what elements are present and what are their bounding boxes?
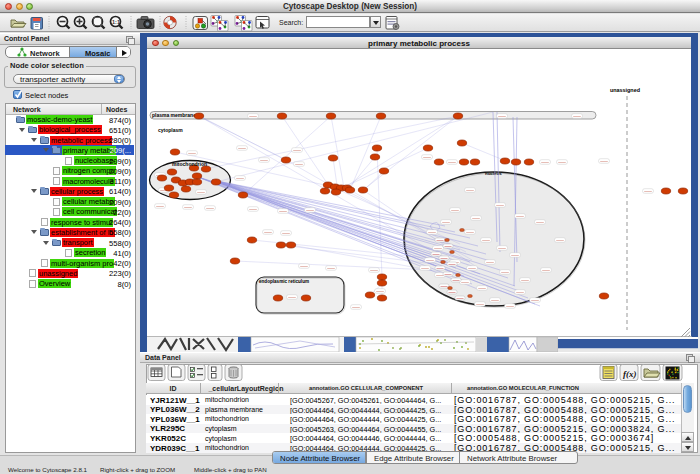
svg-text:nucleus: nucleus [485,171,502,176]
svg-text:mitochondrion: mitochondrion [172,161,207,167]
svg-text:1:1: 1:1 [112,19,120,25]
svg-text:endoplasmic reticulum: endoplasmic reticulum [259,279,309,284]
svg-text:plasma membrane: plasma membrane [152,112,196,118]
svg-text:cytoplasm: cytoplasm [158,127,183,133]
svg-text:unassigned: unassigned [610,87,640,93]
svg-text:f(x): f(x) [623,369,637,379]
